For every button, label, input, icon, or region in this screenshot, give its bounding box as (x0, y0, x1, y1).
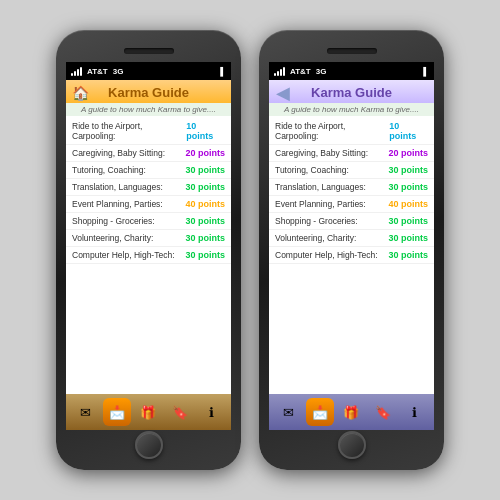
karma-item-6: Volunteering, Charity: 30 points (269, 230, 434, 247)
karma-item-5: Shopping - Groceries: 30 points (66, 213, 231, 230)
karma-item-5: Shopping - Groceries: 30 points (269, 213, 434, 230)
signal-bar-2 (277, 71, 279, 76)
status-left: AT&T 3G (71, 66, 123, 76)
screen: ◀ Karma Guide A guide to how much Karma … (269, 80, 434, 430)
item-label-7: Computer Help, High-Tech: (275, 250, 378, 260)
signal-bars (274, 66, 285, 76)
phones-container: AT&T 3G ▌ 🏠 Karma Guide A guide to how m… (56, 30, 444, 470)
back-button[interactable]: ◀ (273, 83, 293, 103)
signal-bar-1 (274, 73, 276, 76)
karma-item-2: Tutoring, Coaching: 30 points (66, 162, 231, 179)
mail-icon-glyph: 📩 (109, 405, 125, 420)
item-points-7: 30 points (388, 250, 428, 260)
signal-bar-3 (280, 69, 282, 76)
network-label: 3G (316, 67, 327, 76)
signal-bar-2 (74, 71, 76, 76)
status-left: AT&T 3G (274, 66, 326, 76)
item-label-1: Caregiving, Baby Sitting: (275, 148, 368, 158)
home-icon: 🏠 (72, 85, 89, 101)
item-points-0: 10 points (186, 121, 225, 141)
app-subtitle: A guide to how much Karma to give.... (269, 103, 434, 116)
envelope-icon[interactable]: ✉ (275, 398, 303, 426)
item-label-6: Volunteering, Charity: (72, 233, 153, 243)
screen: 🏠 Karma Guide A guide to how much Karma … (66, 80, 231, 430)
item-points-6: 30 points (388, 233, 428, 243)
item-label-4: Event Planning, Parties: (72, 199, 163, 209)
battery-icon: ▌ (423, 67, 429, 76)
info-icon-glyph: ℹ (209, 405, 214, 420)
phone-1: AT&T 3G ▌ 🏠 Karma Guide A guide to how m… (56, 30, 241, 470)
karma-item-7: Computer Help, High-Tech: 30 points (269, 247, 434, 264)
item-points-7: 30 points (185, 250, 225, 260)
bookmark-icon-glyph: 🔖 (375, 405, 391, 420)
info-icon[interactable]: ℹ (400, 398, 428, 426)
karma-items-list: Ride to the Airport, Carpooling: 10 poin… (269, 116, 434, 394)
karma-item-4: Event Planning, Parties: 40 points (269, 196, 434, 213)
item-points-0: 10 points (389, 121, 428, 141)
karma-item-2: Tutoring, Coaching: 30 points (269, 162, 434, 179)
item-label-3: Translation, Languages: (275, 182, 366, 192)
phone-bottom (66, 430, 231, 460)
bookmark-icon-glyph: 🔖 (172, 405, 188, 420)
app-header: ◀ Karma Guide (269, 80, 434, 103)
item-points-4: 40 points (185, 199, 225, 209)
item-points-2: 30 points (185, 165, 225, 175)
home-button[interactable] (135, 431, 163, 459)
mail-icon[interactable]: 📩 (103, 398, 131, 426)
signal-bar-3 (77, 69, 79, 76)
envelope-icon[interactable]: ✉ (72, 398, 100, 426)
karma-item-3: Translation, Languages: 30 points (269, 179, 434, 196)
signal-bars (71, 66, 82, 76)
mail-icon[interactable]: 📩 (306, 398, 334, 426)
item-points-5: 30 points (185, 216, 225, 226)
item-label-5: Shopping - Groceries: (72, 216, 155, 226)
back-arrow-icon: ◀ (276, 84, 290, 102)
karma-item-6: Volunteering, Charity: 30 points (66, 230, 231, 247)
phone-top (269, 40, 434, 62)
gift-icon[interactable]: 🎁 (337, 398, 365, 426)
item-label-3: Translation, Languages: (72, 182, 163, 192)
signal-bar-4 (283, 67, 285, 76)
bookmark-icon[interactable]: 🔖 (166, 398, 194, 426)
envelope-icon-glyph: ✉ (80, 405, 91, 420)
karma-item-0: Ride to the Airport, Carpooling: 10 poin… (269, 118, 434, 145)
info-icon[interactable]: ℹ (197, 398, 225, 426)
carrier-label: AT&T (87, 67, 108, 76)
carrier-label: AT&T (290, 67, 311, 76)
item-points-1: 20 points (388, 148, 428, 158)
bottom-tabs: ✉ 📩 🎁 🔖 ℹ (66, 394, 231, 430)
item-label-0: Ride to the Airport, Carpooling: (72, 121, 186, 141)
battery-icon: ▌ (220, 67, 226, 76)
item-label-4: Event Planning, Parties: (275, 199, 366, 209)
signal-bar-4 (80, 67, 82, 76)
home-button[interactable] (338, 431, 366, 459)
karma-item-0: Ride to the Airport, Carpooling: 10 poin… (66, 118, 231, 145)
gift-icon-glyph: 🎁 (140, 405, 156, 420)
app-subtitle: A guide to how much Karma to give.... (66, 103, 231, 116)
status-bar: AT&T 3G ▌ (269, 62, 434, 80)
karma-item-3: Translation, Languages: 30 points (66, 179, 231, 196)
phone-bottom (269, 430, 434, 460)
signal-bar-1 (71, 73, 73, 76)
item-points-5: 30 points (388, 216, 428, 226)
phone-2: AT&T 3G ▌ ◀ Karma Guide A guide to how m… (259, 30, 444, 470)
item-label-2: Tutoring, Coaching: (275, 165, 349, 175)
status-right: ▌ (220, 67, 226, 76)
item-label-7: Computer Help, High-Tech: (72, 250, 175, 260)
karma-item-1: Caregiving, Baby Sitting: 20 points (269, 145, 434, 162)
item-points-2: 30 points (388, 165, 428, 175)
item-points-1: 20 points (185, 148, 225, 158)
app-title: Karma Guide (311, 85, 392, 100)
mail-icon-glyph: 📩 (312, 405, 328, 420)
bookmark-icon[interactable]: 🔖 (369, 398, 397, 426)
gift-icon-glyph: 🎁 (343, 405, 359, 420)
phone-speaker (124, 48, 174, 54)
item-points-4: 40 points (388, 199, 428, 209)
item-points-6: 30 points (185, 233, 225, 243)
item-label-5: Shopping - Groceries: (275, 216, 358, 226)
home-icon-btn[interactable]: 🏠 (70, 83, 90, 103)
item-label-6: Volunteering, Charity: (275, 233, 356, 243)
item-label-1: Caregiving, Baby Sitting: (72, 148, 165, 158)
app-title: Karma Guide (108, 85, 189, 100)
gift-icon[interactable]: 🎁 (134, 398, 162, 426)
